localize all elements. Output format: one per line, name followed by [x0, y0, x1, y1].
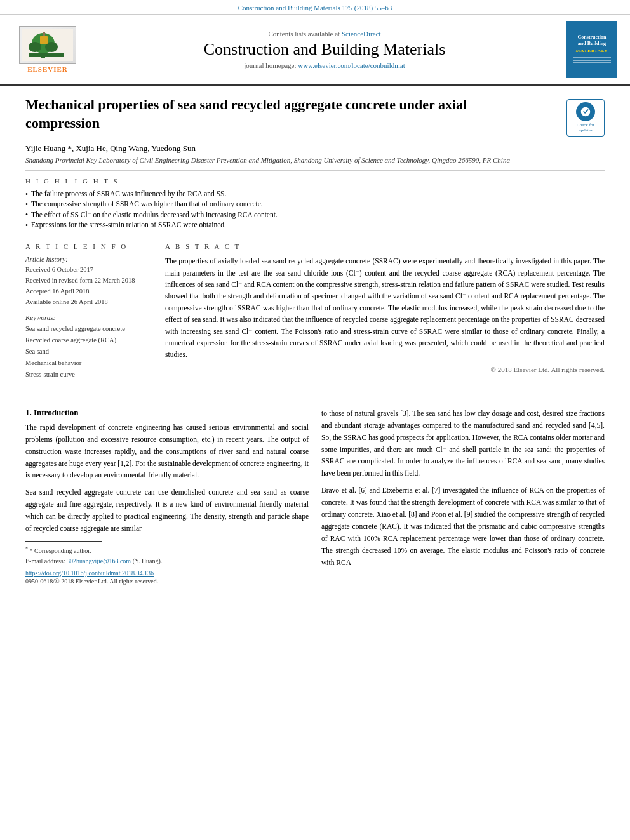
article-history-block: Article history: Received 6 October 2017…	[25, 255, 152, 307]
keywords-list: Sea sand recycled aggregate concrete Rec…	[25, 323, 152, 380]
footnote-star-note: * * Corresponding author.	[25, 545, 309, 556]
date-4: Available online 26 April 2018	[25, 297, 152, 308]
check-badge-icon	[576, 102, 595, 121]
body-para-4: Bravo et al. [6] and Etxeberria et al. […	[321, 484, 605, 569]
author-list: Yijie Huang *, Xujia He, Qing Wang, Yued…	[25, 143, 196, 153]
body-para-2: Sea sand recycled aggregate concrete can…	[25, 486, 309, 535]
date-1: Received 6 October 2017	[25, 265, 152, 276]
svg-rect-7	[40, 36, 48, 44]
kw-2: Recycled coarse aggregate (RCA)	[25, 335, 152, 346]
authors-line: Yijie Huang *, Xujia He, Qing Wang, Yued…	[25, 143, 605, 154]
divider-2	[25, 236, 605, 236]
bullet-4: •	[25, 222, 28, 229]
abstract-text: The properties of axially loaded sea san…	[165, 255, 605, 361]
thumb-title: Constructionand Building	[578, 34, 607, 48]
footnote-block: * * Corresponding author. E-mail address…	[25, 545, 309, 565]
kw-4: Mechanical behavior	[25, 357, 152, 369]
body-section: 1. Introduction The rapid development of…	[25, 408, 605, 585]
thumb-lines	[573, 56, 611, 65]
banner-center: Contents lists available at ScienceDirec…	[89, 30, 560, 69]
body-col-1: 1. Introduction The rapid development of…	[25, 408, 309, 585]
body-col-2: to those of natural gravels [3]. The sea…	[321, 408, 605, 585]
email-line: E-mail address: 302huangyijie@163.com (Y…	[25, 556, 309, 566]
highlight-item: • The compressive strength of SSRAC was …	[25, 200, 605, 208]
highlight-text-4: Expressions for the stress-strain relati…	[31, 221, 226, 229]
date-3: Accepted 16 April 2018	[25, 286, 152, 297]
journal-title: Construction and Building Materials	[89, 40, 560, 59]
check-badge-text: Check for updates	[571, 123, 600, 133]
sciencedirect-link[interactable]: ScienceDirect	[342, 30, 381, 37]
abstract-heading: A B S T R A C T	[165, 243, 605, 250]
copyright-line: © 2018 Elsevier Ltd. All rights reserved…	[165, 366, 605, 373]
thumb-subtitle: MATERIALS	[576, 48, 608, 53]
highlight-text-1: The failure process of SSRAC was influen…	[31, 190, 226, 197]
elsevier-name: ELSEVIER	[27, 65, 68, 73]
journal-citation: Construction and Building Materials 175 …	[238, 4, 392, 11]
svg-point-3	[29, 42, 41, 52]
article-info-col: A R T I C L E I N F O Article history: R…	[25, 243, 152, 386]
elsevier-logo: ELSEVIER	[13, 26, 83, 73]
main-content: Mechanical properties of sea sand recycl…	[0, 86, 630, 597]
bullet-2: •	[25, 201, 28, 208]
highlight-text-3: The effect of SS Cl⁻ on the elastic modu…	[31, 210, 278, 219]
date-2: Received in revised form 22 March 2018	[25, 276, 152, 286]
article-title: Mechanical properties of sea sand recycl…	[25, 96, 470, 132]
contents-line: Contents lists available at ScienceDirec…	[89, 30, 560, 37]
check-updates-badge: Check for updates	[566, 99, 605, 137]
highlight-item: • The effect of SS Cl⁻ on the elastic mo…	[25, 210, 605, 219]
affiliation: Shandong Provincial Key Laboratory of Ci…	[25, 156, 605, 164]
homepage-url: www.elsevier.com/locate/conbuildmat	[298, 62, 405, 69]
footnote-divider	[25, 541, 102, 542]
elsevier-logo-image	[19, 26, 76, 64]
keywords-label: Keywords:	[25, 314, 152, 321]
two-column-section: A R T I C L E I N F O Article history: R…	[25, 243, 605, 386]
body-para-1: The rapid development of concrete engine…	[25, 422, 309, 482]
kw-1: Sea sand recycled aggregate concrete	[25, 323, 152, 335]
body-para-3: to those of natural gravels [3]. The sea…	[321, 408, 605, 480]
highlight-item: • Expressions for the stress-strain rela…	[25, 221, 605, 229]
article-dates: Received 6 October 2017 Received in revi…	[25, 265, 152, 307]
article-info-heading: A R T I C L E I N F O	[25, 243, 152, 250]
keywords-block: Keywords: Sea sand recycled aggregate co…	[25, 314, 152, 380]
history-label: Article history:	[25, 255, 152, 263]
section1-heading: 1. Introduction	[25, 408, 309, 418]
top-banner: ELSEVIER Contents lists available at Sci…	[0, 15, 630, 86]
journal-homepage: journal homepage: www.elsevier.com/locat…	[89, 62, 560, 69]
bullet-1: •	[25, 190, 28, 198]
kw-3: Sea sand	[25, 346, 152, 357]
highlights-heading: H I G H L I G H T S	[25, 177, 605, 185]
journal-header-bar: Construction and Building Materials 175 …	[0, 0, 630, 15]
svg-rect-5	[29, 53, 64, 57]
highlight-item: • The failure process of SSRAC was influ…	[25, 190, 605, 198]
journal-thumbnail: Constructionand Building MATERIALS	[566, 21, 617, 78]
highlight-text-2: The compressive strength of SSRAC was hi…	[31, 200, 263, 208]
issn-line: 0950-0618/© 2018 Elsevier Ltd. All right…	[25, 578, 309, 585]
doi-line[interactable]: https://doi.org/10.1016/j.conbuildmat.20…	[25, 570, 309, 577]
body-divider	[25, 397, 605, 397]
highlights-section: H I G H L I G H T S • The failure proces…	[25, 177, 605, 229]
bullet-3: •	[25, 211, 28, 218]
divider-1	[25, 170, 605, 171]
body-text-col2: to those of natural gravels [3]. The sea…	[321, 408, 605, 570]
email-link[interactable]: 302huangyijie@163.com	[67, 557, 131, 564]
body-text-col1: The rapid development of concrete engine…	[25, 422, 309, 535]
kw-5: Stress-strain curve	[25, 369, 152, 380]
abstract-col: A B S T R A C T The properties of axiall…	[165, 243, 605, 386]
